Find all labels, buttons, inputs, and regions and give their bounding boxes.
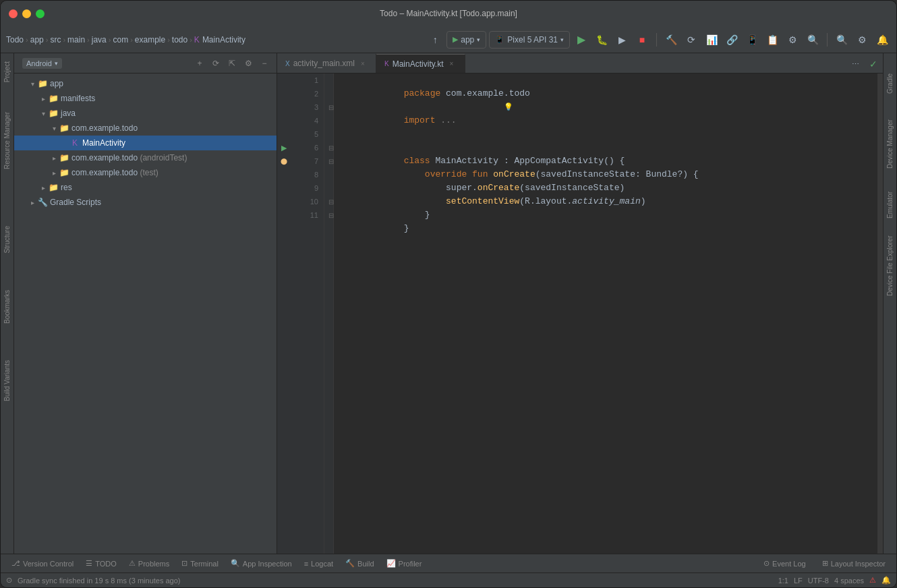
device-selector[interactable]: 📱 Pixel 5 API 31 ▾: [489, 31, 570, 49]
gutter-7: ⬤: [277, 154, 291, 168]
version-control-tab[interactable]: ⎇ Version Control: [6, 556, 79, 571]
profile-button[interactable]: 📊: [703, 31, 720, 49]
status-message: Gradle sync finished in 19 s 8 ms (3 min…: [18, 577, 181, 585]
terminal-icon: ⊡: [181, 559, 187, 568]
indent-size[interactable]: 4 spaces: [834, 577, 864, 585]
breadcrumb-src[interactable]: src: [50, 35, 61, 45]
folder-icon-manifests: 📁: [48, 94, 59, 103]
coverage-button[interactable]: ▶: [613, 31, 631, 49]
vcs-update-button[interactable]: ↑: [426, 31, 444, 49]
tree-label-androidtest: com.example.todo (androidTest): [71, 153, 187, 163]
close-button[interactable]: [9, 9, 18, 18]
tree-item-androidtest[interactable]: ▸ 📁 com.example.todo (androidTest): [14, 150, 277, 165]
structure-tab[interactable]: Structure: [1, 218, 13, 262]
tab-actions-button[interactable]: ⋯: [846, 55, 864, 73]
maximize-button[interactable]: [36, 9, 45, 18]
code-line-5: [341, 127, 871, 141]
layout-inspector-label: Layout Inspector: [831, 560, 886, 568]
logcat-tab[interactable]: ≡ Logcat: [299, 556, 339, 571]
todo-tab[interactable]: ☰ TODO: [80, 556, 122, 571]
tab-mainactivity-kt[interactable]: K MainActivity.kt ×: [376, 54, 465, 73]
build-tab[interactable]: 🔨 Build: [340, 556, 379, 571]
android-selector[interactable]: Android ▾: [22, 58, 62, 69]
minimize-button[interactable]: [22, 9, 31, 18]
stop-button[interactable]: ■: [633, 31, 651, 49]
bookmarks-tab[interactable]: Bookmarks: [1, 282, 13, 332]
run-config-dropdown-icon: ▾: [477, 36, 480, 43]
sdk-button[interactable]: ⚙: [784, 31, 801, 49]
sync-button[interactable]: ⟳: [683, 31, 700, 49]
bottom-bar: ⎇ Version Control ☰ TODO ⚠ Problems ⊡ Te…: [1, 554, 896, 572]
bottom-right: ⊙ Event Log ⊞ Layout Inspector: [758, 556, 891, 571]
code-content[interactable]: package com.example.todo 💡 import ... cl…: [334, 74, 877, 554]
settings-project-button[interactable]: ⚙: [241, 57, 255, 70]
tree-item-gradle[interactable]: ▸ 🔧 Gradle Scripts: [14, 195, 277, 210]
gutter-6[interactable]: ▶: [277, 141, 291, 154]
search-everywhere-button[interactable]: 🔍: [833, 31, 850, 49]
line-num-5: 5: [314, 127, 318, 141]
debug-button[interactable]: 🐛: [593, 31, 610, 49]
problems-tab[interactable]: ⚠ Problems: [123, 556, 175, 571]
build-variants-tab[interactable]: Build Variants: [1, 352, 13, 409]
tab-close-kt[interactable]: ×: [447, 59, 457, 69]
tree-item-mainactivity[interactable]: K MainActivity: [14, 136, 277, 150]
device-manager-button[interactable]: 📋: [763, 31, 781, 49]
encoding[interactable]: UTF-8: [808, 577, 829, 585]
tree-item-app[interactable]: ▾ 📁 app: [14, 76, 277, 91]
breadcrumb-main[interactable]: main: [67, 35, 85, 45]
build-button[interactable]: 🔨: [662, 31, 680, 49]
breadcrumb-app[interactable]: app: [30, 35, 44, 45]
status-right: 1:1 LF UTF-8 4 spaces ⚠ 🔔: [778, 576, 891, 585]
android-selector-label: Android: [26, 59, 52, 67]
run-config-selector[interactable]: ▶ app ▾: [446, 31, 486, 49]
problems-icon: ⚠: [129, 559, 136, 568]
device-file-explorer-tab[interactable]: Device File Explorer: [884, 235, 896, 296]
device-manager-panel-tab[interactable]: Device Manager: [884, 114, 896, 175]
profiler-tab[interactable]: 📈 Profiler: [381, 556, 428, 571]
line-ending[interactable]: LF: [794, 577, 803, 585]
run-button[interactable]: ▶: [573, 31, 590, 49]
attach-button[interactable]: 🔗: [723, 31, 741, 49]
gutter-8: [277, 168, 291, 181]
tree-item-manifests[interactable]: ▸ 📁 manifests: [14, 91, 277, 106]
panel-actions: + ⟳ ⇱ ⚙ −: [193, 57, 271, 70]
resource-manager-tab[interactable]: Resource Manager: [1, 104, 13, 177]
breadcrumb-todo[interactable]: Todo: [6, 35, 24, 45]
breadcrumb-mainactivity[interactable]: MainActivity: [202, 35, 245, 45]
line-num-8: 8: [314, 168, 318, 181]
tab-close-xml[interactable]: ×: [358, 59, 368, 68]
tree-item-com-example-todo[interactable]: ▾ 📁 com.example.todo: [14, 121, 277, 136]
main-area: Project Resource Manager Structure Bookm…: [1, 53, 896, 554]
avd-button[interactable]: 📱: [743, 31, 761, 49]
event-log-tab[interactable]: ⊙ Event Log: [758, 556, 811, 571]
breadcrumb-example[interactable]: example: [135, 35, 165, 45]
gutter-5: [277, 127, 291, 141]
problems-label: Problems: [138, 560, 169, 568]
project-panel-tab[interactable]: Project: [1, 53, 13, 90]
collapse-all-button[interactable]: ⇱: [225, 57, 239, 70]
gradle-panel-tab[interactable]: Gradle: [884, 53, 896, 114]
tree-item-test[interactable]: ▸ 📁 com.example.todo (test): [14, 165, 277, 180]
breadcrumb-com[interactable]: com: [113, 35, 128, 45]
notifications-button[interactable]: 🔔: [873, 31, 891, 49]
tab-activity-main-xml[interactable]: X activity_main.xml ×: [277, 54, 376, 73]
breadcrumb-java[interactable]: java: [92, 35, 107, 45]
cursor-position[interactable]: 1:1: [778, 577, 788, 585]
app-inspection-tab[interactable]: 🔍 App Inspection: [225, 556, 297, 571]
kotlin-icon: K: [194, 35, 200, 45]
layout-inspector-tab[interactable]: ⊞ Layout Inspector: [817, 556, 891, 571]
debug-marker: ⬤: [281, 158, 287, 165]
device-dropdown-icon: ▾: [560, 36, 564, 43]
run-gutter: ▶ ⬤: [277, 74, 291, 554]
breadcrumb-todo2[interactable]: todo: [172, 35, 187, 45]
tree-item-java[interactable]: ▾ 📁 java: [14, 106, 277, 121]
layout-inspector-toolbar-button[interactable]: 🔍: [804, 31, 821, 49]
emulator-panel-tab[interactable]: Emulator: [884, 175, 896, 235]
vertical-scrollbar[interactable]: [877, 74, 883, 554]
settings-button[interactable]: ⚙: [853, 31, 871, 49]
tree-item-res[interactable]: ▸ 📁 res: [14, 180, 277, 195]
sync-project-button[interactable]: ⟳: [209, 57, 223, 70]
minimize-panel-button[interactable]: −: [258, 57, 271, 70]
terminal-tab[interactable]: ⊡ Terminal: [176, 556, 224, 571]
new-file-button[interactable]: +: [193, 57, 206, 70]
